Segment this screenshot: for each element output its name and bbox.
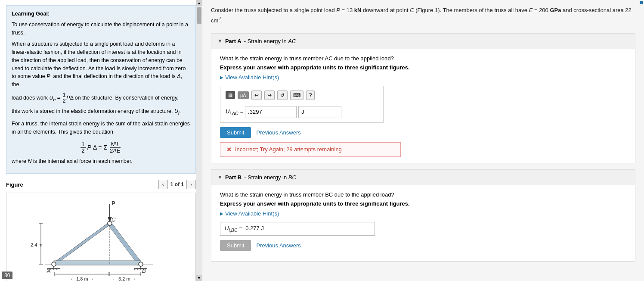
toolbar-grid-btn[interactable]: ▦ — [226, 91, 235, 99]
part-a-section: ▼ Part A - Strain energy in AC What is t… — [211, 33, 635, 163]
part-a-action-row: Submit Previous Answers — [220, 127, 626, 138]
toolbar-undo-btn[interactable]: ↩ — [251, 91, 262, 100]
figure-next-btn[interactable]: › — [186, 180, 196, 189]
part-a-var-label: Ui,AC = — [226, 108, 243, 116]
part-b-submit-btn[interactable]: Submit — [220, 240, 251, 251]
corner-indicator — [640, 1, 643, 4]
learning-goal-p5: where N is the internal axial force in e… — [12, 157, 190, 165]
part-a-toolbar: ▦ μA ↩ ↪ ↺ ⌨ ? — [226, 91, 378, 103]
part-a-header[interactable]: ▼ Part A - Strain energy in AC — [211, 34, 635, 49]
hint-triangle-icon: ▶ — [220, 75, 223, 80]
part-b-hint-triangle-icon: ▶ — [220, 211, 223, 216]
part-a-hint-text: View Available Hint(s) — [225, 74, 279, 81]
svg-text:← 3.2 m →: ← 3.2 m → — [112, 276, 136, 281]
figure-nav[interactable]: ‹ 1 of 1 › — [158, 180, 196, 189]
toolbar-mu-btn[interactable]: μA — [238, 91, 249, 99]
part-b-action-row: Submit Previous Answers — [220, 240, 626, 251]
part-b-hint-text: View Available Hint(s) — [225, 210, 279, 217]
svg-rect-15 — [54, 261, 141, 265]
svg-point-18 — [139, 262, 143, 266]
part-a-submit-btn[interactable]: Submit — [220, 127, 251, 138]
part-a-arrow: ▼ — [217, 38, 223, 44]
part-b-prev-answers-link[interactable]: Previous Answers — [256, 242, 300, 249]
svg-marker-13 — [52, 223, 112, 264]
part-b-section: ▼ Part B - Strain energy in BC What is t… — [211, 169, 635, 262]
svg-text:← 1.8 m →: ← 1.8 m → — [70, 276, 94, 281]
part-a-body: What is the strain energy in truss membe… — [211, 49, 635, 163]
svg-point-17 — [52, 262, 56, 266]
part-b-answer-display: Ui,BC = 0.277 J — [220, 222, 375, 236]
learning-goal-box: Learning Goal: To use conservation of en… — [6, 5, 196, 174]
learning-goal-p4: For a truss, the internal strain energy … — [12, 120, 190, 136]
part-b-value: 0.277 J — [245, 225, 264, 231]
part-a-input-row: Ui,AC = — [226, 106, 378, 118]
part-b-label: Part B — [225, 174, 242, 181]
figure-area: A B C P 2.4 m ← 1.8 m → — [6, 193, 196, 281]
scroll-up-btn[interactable]: ▲ — [196, 0, 202, 6]
toolbar-redo-btn[interactable]: ↪ — [264, 91, 275, 100]
part-a-subtitle: - Strain energy in AC — [244, 38, 296, 44]
svg-text:B: B — [142, 268, 146, 274]
toolbar-help-btn[interactable]: ? — [306, 91, 315, 100]
scroll-down-btn[interactable]: ▼ — [196, 275, 202, 281]
learning-goal-p1: To use conservation of energy to calcula… — [12, 21, 190, 37]
part-a-answer-box: ▦ μA ↩ ↪ ↺ ⌨ ? Ui,AC = — [220, 86, 384, 123]
left-panel: Learning Goal: To use conservation of en… — [0, 0, 202, 281]
part-a-feedback: ✕ Incorrect; Try Again; 29 attempts rema… — [220, 142, 401, 157]
svg-text:2.4 m: 2.4 m — [31, 242, 43, 247]
part-b-arrow: ▼ — [217, 174, 223, 180]
part-a-prev-answers-link[interactable]: Previous Answers — [256, 129, 300, 136]
svg-text:P: P — [111, 200, 115, 206]
figure-header: Figure ‹ 1 of 1 › — [6, 180, 196, 189]
left-content: Learning Goal: To use conservation of en… — [0, 0, 202, 281]
truss-figure: A B C P 2.4 m ← 1.8 m → — [28, 197, 174, 281]
figure-prev-btn[interactable]: ‹ — [158, 180, 168, 189]
part-a-unit-input[interactable] — [298, 106, 341, 118]
learning-goal-p3: this work is stored in the elastic defor… — [12, 107, 190, 116]
scrollbar[interactable]: ▲ ▼ — [196, 0, 202, 281]
toolbar-keyboard-btn[interactable]: ⌨ — [290, 91, 303, 100]
figure-label: Figure — [6, 181, 23, 188]
part-b-subtitle: - Strain energy in BC — [244, 174, 296, 181]
part-a-label: Part A — [225, 38, 242, 44]
part-a-feedback-text: Incorrect; Try Again; 29 attempts remain… — [235, 146, 342, 153]
part-a-hint[interactable]: ▶ View Available Hint(s) — [220, 74, 626, 81]
toolbar-reset-btn[interactable]: ↺ — [277, 91, 288, 100]
incorrect-icon: ✕ — [226, 146, 232, 153]
learning-goal-p2: When a structure is subjected to a singl… — [12, 40, 190, 89]
part-a-question: What is the strain energy in truss membe… — [220, 55, 626, 62]
svg-text:C: C — [111, 216, 116, 223]
svg-marker-14 — [107, 223, 143, 264]
part-b-hint[interactable]: ▶ View Available Hint(s) — [220, 210, 626, 217]
figure-page-info: 1 of 1 — [170, 181, 184, 187]
scroll-thumb[interactable] — [197, 7, 201, 24]
part-b-header[interactable]: ▼ Part B - Strain energy in BC — [211, 170, 635, 185]
part-b-instruction: Express your answer with appropriate uni… — [220, 200, 626, 207]
learning-goal-formula1: load does work Ue = 12PΔ on the structur… — [12, 92, 190, 104]
part-b-body: What is the strain energy in truss membe… — [211, 185, 635, 261]
svg-text:A: A — [46, 268, 51, 274]
main-equation: 12 PΔ = Σ N²L2AE — [12, 140, 190, 154]
right-panel: Consider the truss subjected to a single… — [202, 0, 644, 281]
learning-goal-title: Learning Goal: — [12, 10, 190, 18]
part-b-question: What is the strain energy in truss membe… — [220, 191, 626, 198]
part-a-instruction: Express your answer with appropriate uni… — [220, 64, 626, 71]
page-number: 80 — [2, 272, 12, 279]
problem-statement: Consider the truss subjected to a single… — [211, 6, 635, 25]
part-a-number-input[interactable] — [245, 106, 297, 118]
